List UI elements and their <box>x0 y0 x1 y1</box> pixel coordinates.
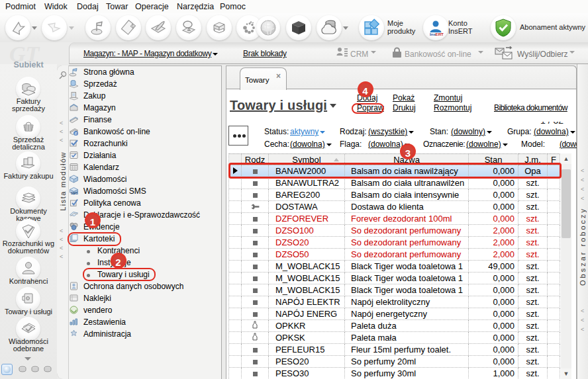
svg-text:ERT: ERT <box>436 32 444 36</box>
svg-text:e: e <box>75 131 77 136</box>
svg-text:SMS: SMS <box>71 190 79 194</box>
